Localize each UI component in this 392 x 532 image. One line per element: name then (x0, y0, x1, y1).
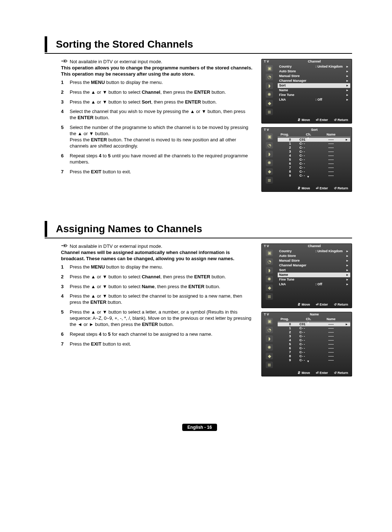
title-bar-icon (45, 36, 47, 52)
osd-table-row[interactable]: 1C- ------ (278, 326, 350, 330)
section-title: Sorting the Stored Channels (56, 39, 193, 50)
osd-return-hint: ↺ Return (334, 303, 348, 306)
osd-table-row[interactable]: 9C- ------ (278, 358, 350, 362)
osd-menu-item[interactable]: Sort► (278, 268, 350, 273)
osd-table-row[interactable]: 4C- ------ (278, 154, 350, 158)
osd-move-hint: ⇵ Move (298, 303, 310, 306)
osd-title: Channel (277, 60, 352, 63)
osd-footer: ⇵ Move⏎ Enter↺ Return (262, 117, 352, 123)
osd-side-icon: ≣ (266, 293, 273, 300)
osd-table-row[interactable]: 1C- ------ (278, 142, 350, 146)
osd-side-icon: ◔ (266, 74, 273, 80)
osd-menu-item[interactable]: Fine Tune► (278, 93, 350, 97)
osd-table-row[interactable]: 8C- ------ (278, 354, 350, 358)
osd-menu-item[interactable]: Manual Store► (278, 74, 350, 78)
step-item: Press the ▲ or ▼ button to select a lett… (61, 309, 253, 328)
osd-side-icon: ▣ (266, 250, 273, 256)
osd-side-icon: ✺ (266, 91, 273, 98)
osd-side-icon: ≣ (266, 177, 273, 184)
osd-move-hint: ⇵ Move (298, 186, 310, 190)
osd-table-row[interactable]: 4C- ------ (278, 338, 350, 342)
osd-menu-label: Channel Manager (279, 263, 315, 268)
title-bar-icon (45, 221, 47, 237)
osd-title: Name (277, 313, 352, 316)
step-item: Press the ▲ or ▼ button to select Channe… (61, 89, 253, 96)
osd-table-row[interactable]: 5C- ------ (278, 158, 350, 162)
osd-menu-item[interactable]: Sort► (278, 83, 350, 88)
page-footer: English - 16 (47, 424, 352, 431)
osd-menu-item[interactable]: Country: United Kingdom► (278, 64, 350, 69)
osd-menu-item[interactable]: Channel Manager► (278, 78, 350, 83)
osd-table-head: Prog.Ch.Name (278, 317, 350, 321)
osd-menu-item[interactable]: LNA: Off► (278, 282, 350, 287)
osd-table-row[interactable]: 2C- ------ (278, 146, 350, 150)
chevron-right-icon: ► (345, 78, 349, 83)
osd-side-icon: ◔ (266, 258, 273, 265)
note-line: Not available in DTV or external input m… (61, 243, 253, 249)
osd-menu-item[interactable]: Name► (278, 273, 350, 277)
osd-menu-item[interactable]: Auto Store► (278, 69, 350, 74)
osd-side-icon: ◆ (266, 285, 273, 291)
osd-side-icon: ✺ (266, 160, 273, 166)
osd-side-icon: ◗ (266, 267, 273, 274)
section-intro: This operation allows you to change the … (61, 65, 253, 77)
osd-table-row[interactable]: 6C- ------ (278, 162, 350, 166)
osd-table: Prog.Ch.Name▲0C01-----►1C- ------2C- ---… (277, 132, 352, 185)
chevron-right-icon: ► (345, 64, 349, 69)
chevron-right-icon: ► (345, 93, 349, 97)
step-item: Press the ▲ or ▼ button to select the ch… (61, 293, 253, 306)
osd-menu-item[interactable]: Fine Tune► (278, 277, 350, 282)
osd-move-hint: ⇵ Move (298, 371, 310, 375)
chevron-right-icon: ► (345, 258, 349, 263)
osd-menu-item[interactable]: Channel Manager► (278, 263, 350, 268)
step-item: Press the ▲ or ▼ button to select Channe… (61, 274, 253, 280)
chevron-right-icon: ► (345, 268, 349, 273)
steps-list: Press the MENU button to display the men… (61, 80, 253, 175)
osd-table-row[interactable]: 0C01-----► (278, 138, 350, 142)
osd-menu-label: Name (279, 88, 315, 93)
osd-side-icon: ≣ (266, 362, 273, 368)
chevron-right-icon: ► (345, 273, 349, 277)
osd-side-icons: ▣◔◗✺◆≣ (262, 317, 277, 370)
osd-side-icon: ◆ (266, 353, 273, 359)
osd-menu-item[interactable]: Manual Store► (278, 258, 350, 263)
step-item: Repeat steps 4 to 5 for each channel to … (61, 331, 253, 338)
chevron-right-icon: ► (345, 97, 349, 102)
osd-menu-item[interactable]: Name► (278, 88, 350, 93)
step-item: Press the MENU button to display the men… (61, 264, 253, 270)
osd-table-row[interactable]: 7C- ------ (278, 166, 350, 170)
osd-table-row[interactable]: 3C- ------ (278, 150, 350, 154)
osd-side-icon: ◆ (266, 168, 273, 175)
osd-menu-label: Country (279, 249, 315, 254)
osd-table-row[interactable]: 8C- ------ (278, 170, 350, 174)
osd-side-icon: ✺ (266, 344, 273, 351)
osd-side-icon: ◆ (266, 100, 273, 106)
osd-menu-value: : Off (315, 97, 345, 102)
osd-tv-label: T V (262, 244, 277, 248)
osd-menu-label: Fine Tune (279, 93, 315, 97)
osd-menu-label: Sort (279, 268, 315, 273)
osd-title: Sort (277, 128, 352, 132)
osd-menu-item[interactable]: Country: United Kingdom► (278, 249, 350, 254)
osd-side-icons: ▣◔◗✺◆≣ (262, 248, 277, 301)
osd-menu-item[interactable]: Auto Store► (278, 254, 350, 258)
chevron-right-icon: ► (345, 282, 349, 287)
osd-table-row[interactable]: 0C01-----► (278, 322, 350, 326)
osd-side-icon: ▣ (266, 65, 273, 72)
page-number: English - 16 (182, 424, 217, 431)
section-title-wrap: Sorting the Stored Channels (45, 36, 352, 54)
osd-title: Channel (277, 244, 352, 248)
step-item: Press the ▲ or ▼ button to select Sort, … (61, 99, 253, 105)
osd-menu-list: Country: United Kingdom►Auto Store►Manua… (277, 248, 352, 301)
osd-side-icons: ▣◔◗✺◆≣ (262, 132, 277, 185)
osd-menu-item[interactable]: LNA: Off► (278, 97, 350, 102)
osd-table-row[interactable]: 7C- ------ (278, 350, 350, 354)
osd-table-row[interactable]: 2C- ------ (278, 330, 350, 334)
osd-table-row[interactable]: 5C- ------ (278, 342, 350, 346)
osd-table-row[interactable]: 6C- ------ (278, 346, 350, 350)
osd-footer: ⇵ Move⏎ Enter↺ Return (262, 301, 352, 308)
osd-table-row[interactable]: 9C- ------ (278, 174, 350, 178)
osd-enter-hint: ⏎ Enter (316, 371, 328, 375)
osd-table-row[interactable]: 3C- ------ (278, 334, 350, 338)
osd-menu-label: Auto Store (279, 69, 315, 74)
